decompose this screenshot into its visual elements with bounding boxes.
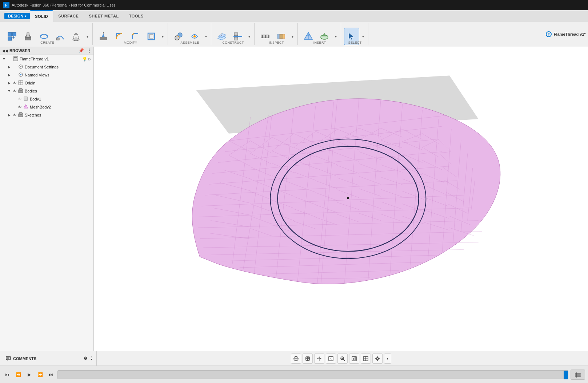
offset-plane-button[interactable] <box>214 28 229 45</box>
home-view-button[interactable] <box>303 354 313 364</box>
zoom-extent-button[interactable] <box>326 354 336 364</box>
zoom-button[interactable] <box>337 354 348 364</box>
svg-text:F: F <box>548 33 550 36</box>
comments-section: COMMENTS ⚙ ⋮ <box>3 351 97 366</box>
settings-icon[interactable]: ⚙ <box>88 57 93 61</box>
timeline-last-button[interactable]: ⏭ <box>47 370 55 379</box>
svg-point-226 <box>376 358 379 360</box>
timeline-next-button[interactable]: ⏩ <box>36 370 44 379</box>
svg-text:F: F <box>5 3 7 7</box>
select-button[interactable] <box>344 28 359 45</box>
comments-settings-icon[interactable]: ⚙ <box>84 356 87 361</box>
assemble-more-button[interactable]: ▾ <box>203 28 209 45</box>
title-text: Autodesk Fusion 360 (Personal - Not for … <box>12 3 585 7</box>
tree-item-meshbody2[interactable]: 👁 MeshBody2 <box>0 103 93 111</box>
tree-item-body1[interactable]: 👁 Body1 <box>0 95 93 103</box>
timeline-track[interactable] <box>57 370 568 379</box>
tab-surface[interactable]: SURFACE <box>53 10 84 22</box>
pan-button[interactable] <box>314 354 324 364</box>
tree-item-origin[interactable]: ▶ 👁 Origin <box>0 79 93 87</box>
more-view-options-button[interactable]: ▾ <box>384 354 391 364</box>
construct-more-button[interactable]: ▾ <box>246 28 252 45</box>
app-icon: F <box>3 2 9 8</box>
shell-button[interactable] <box>144 28 159 45</box>
svg-point-203 <box>347 197 349 199</box>
svg-rect-9 <box>27 33 29 37</box>
tool-group-select: ▾ SELECT <box>342 23 368 45</box>
svg-point-53 <box>20 66 21 67</box>
tool-group-construct: ▾ CONSTRUCT <box>212 23 255 45</box>
tree-item-document-settings[interactable]: ▶ Document Settings <box>0 63 93 71</box>
svg-line-217 <box>343 359 345 361</box>
create-more-button[interactable]: ▾ <box>84 28 90 45</box>
tree-item-flamethread[interactable]: ▼ FlameThread v1 💡 ⚙ <box>0 55 93 63</box>
tree-item-bodies[interactable]: ▼ 👁 Bodies <box>0 87 93 95</box>
timeline-extra-button[interactable] <box>571 370 585 380</box>
revolve-button[interactable] <box>36 28 52 45</box>
svg-rect-50 <box>13 56 18 61</box>
interference-button[interactable] <box>273 28 289 45</box>
tab-sheet-metal[interactable]: SHEET METAL <box>84 10 124 22</box>
new-component-button[interactable] <box>4 28 20 45</box>
lightbulb-icon[interactable]: 💡 <box>82 57 88 62</box>
tab-tools[interactable]: TOOLS <box>124 10 149 22</box>
tree-item-sketches[interactable]: ▶ 👁 Sketches <box>0 111 93 119</box>
insert-mesh-button[interactable] <box>301 28 316 45</box>
svg-point-14 <box>75 33 77 35</box>
timeline-indicator[interactable] <box>564 371 568 379</box>
svg-rect-231 <box>575 373 581 375</box>
measure-button[interactable] <box>257 28 273 45</box>
svg-rect-66 <box>19 112 22 114</box>
svg-rect-223 <box>364 356 368 361</box>
midplane-button[interactable] <box>230 28 245 45</box>
tree-item-named-views[interactable]: ▶ Named Views <box>0 71 93 79</box>
main-area: ◀◀ BROWSER 📌 ⋮ ▼ FlameThread v1 💡 <box>0 47 588 351</box>
timeline-prev-button[interactable]: ⏪ <box>14 370 23 379</box>
extrude-button[interactable] <box>20 28 36 45</box>
decal-button[interactable] <box>317 28 332 45</box>
insert-more-button[interactable]: ▾ <box>333 28 339 45</box>
inspect-more-button[interactable]: ▾ <box>289 28 295 45</box>
view-settings-button[interactable] <box>372 354 383 364</box>
svg-rect-51 <box>14 57 17 58</box>
document-title: FlameThread v1° <box>554 32 586 36</box>
bottom-bar: COMMENTS ⚙ ⋮ ▾ <box>0 351 588 366</box>
loft-button[interactable] <box>68 28 84 45</box>
press-pull-button[interactable] <box>96 28 111 45</box>
design-dropdown[interactable]: DESIGN ▾ <box>4 13 30 19</box>
svg-marker-207 <box>7 360 8 361</box>
tab-solid[interactable]: SOLID <box>30 10 53 22</box>
pin-icon[interactable]: 📌 <box>79 48 84 53</box>
browser-label: BROWSER <box>9 48 30 53</box>
svg-rect-40 <box>280 34 285 39</box>
grid-button[interactable] <box>361 354 371 364</box>
svg-rect-60 <box>19 88 22 90</box>
orbit-home-button[interactable] <box>291 354 301 364</box>
timeline-first-button[interactable]: ⏮ <box>3 370 12 379</box>
svg-rect-21 <box>148 33 155 40</box>
svg-rect-2 <box>8 32 12 36</box>
title-bar: F Autodesk Fusion 360 (Personal - Not fo… <box>0 0 588 10</box>
viewport[interactable] <box>94 47 588 351</box>
3d-viewport-svg <box>94 47 588 351</box>
tab-bar: DESIGN ▾ SOLID SURFACE SHEET METAL TOOLS <box>0 10 588 22</box>
modify-more-button[interactable]: ▾ <box>160 28 165 45</box>
svg-point-26 <box>193 35 196 37</box>
timeline-play-button[interactable]: ▶ <box>25 370 33 379</box>
chamfer-button[interactable] <box>128 28 143 45</box>
tool-group-insert: ▾ INSERT <box>299 23 341 45</box>
browser-more-icon[interactable]: ⋮ <box>87 48 91 53</box>
sweep-button[interactable] <box>52 28 68 45</box>
browser-collapse-arrow[interactable]: ◀◀ <box>2 49 8 53</box>
display-settings-button[interactable] <box>349 354 359 364</box>
comments-icon <box>6 356 11 361</box>
svg-rect-221 <box>353 358 354 360</box>
select-more-button[interactable]: ▾ <box>360 28 366 45</box>
svg-rect-3 <box>12 32 16 36</box>
motion-button[interactable] <box>187 28 202 45</box>
joint-button[interactable] <box>171 28 186 45</box>
svg-rect-204 <box>6 356 11 360</box>
fillet-button[interactable] <box>112 28 127 45</box>
comments-expand-icon[interactable]: ⋮ <box>89 356 93 361</box>
svg-rect-220 <box>352 356 356 361</box>
